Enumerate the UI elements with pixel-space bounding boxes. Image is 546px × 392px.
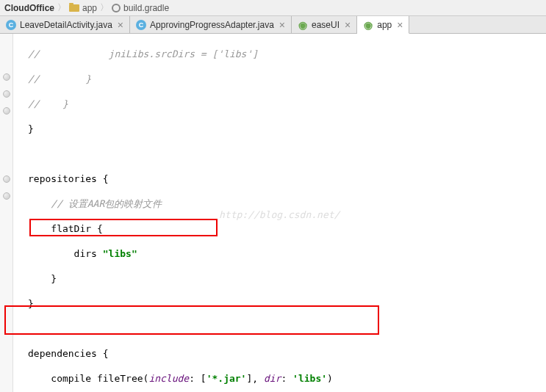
code-text: dependencies {: [28, 348, 109, 359]
code-text: ],: [246, 373, 263, 384]
java-class-icon: C: [136, 20, 146, 30]
module-icon: ◉: [363, 20, 373, 30]
fold-icon[interactable]: [3, 90, 10, 98]
folder-icon: [69, 4, 79, 12]
watermark-text: http://blog.csdn.net/: [219, 208, 340, 221]
tab-app[interactable]: ◉ app ×: [357, 16, 409, 34]
fold-icon[interactable]: [3, 175, 10, 183]
fold-icon[interactable]: [3, 107, 10, 115]
breadcrumb-module-label: app: [82, 3, 97, 13]
code-text: : [: [189, 373, 206, 384]
code-area[interactable]: // jniLibs.srcDirs = ['libs'] // } // } …: [13, 34, 546, 392]
close-icon[interactable]: ×: [118, 19, 123, 31]
code-text: flatDir {: [28, 223, 103, 234]
breadcrumb-module[interactable]: app: [69, 3, 97, 13]
module-icon: ◉: [298, 20, 308, 30]
code-text: include: [148, 373, 189, 384]
java-class-icon: C: [6, 20, 16, 30]
code-text: // jniLibs.srcDirs = ['libs']: [28, 48, 258, 59]
breadcrumb-file-label: build.gradle: [123, 3, 169, 13]
chevron-right-icon: 〉: [100, 1, 109, 14]
editor-tabs: C LeaveDetailActivity.java × C Approving…: [0, 16, 546, 34]
code-text: // 设置AAR包的映射文件: [28, 198, 162, 209]
tab-leave-detail[interactable]: C LeaveDetailActivity.java ×: [0, 16, 130, 33]
code-text: }: [28, 298, 34, 309]
close-icon[interactable]: ×: [397, 19, 403, 31]
code-text: dirs: [28, 248, 103, 259]
fold-icon[interactable]: [3, 73, 10, 81]
tab-label: app: [377, 20, 392, 30]
breadcrumb-bar: CloudOffice 〉 app 〉 build.gradle: [0, 0, 546, 16]
code-text: '*.jar': [206, 373, 247, 384]
close-icon[interactable]: ×: [345, 19, 351, 31]
code-editor[interactable]: // jniLibs.srcDirs = ['libs'] // } // } …: [0, 34, 546, 392]
code-text: dir: [264, 373, 281, 384]
fold-icon[interactable]: [3, 192, 10, 200]
code-text: "libs": [103, 248, 137, 259]
code-text: 'libs': [292, 373, 327, 384]
code-text: }: [28, 123, 34, 134]
tab-label: ApprovingProgressAdapter.java: [150, 20, 274, 30]
code-text: repositories {: [28, 173, 109, 184]
breadcrumb-file[interactable]: build.gradle: [112, 3, 169, 13]
tab-approving-adapter[interactable]: C ApprovingProgressAdapter.java ×: [130, 16, 292, 33]
code-text: ): [327, 373, 333, 384]
tab-easeui[interactable]: ◉ easeUI ×: [292, 16, 357, 33]
code-text: // }: [28, 73, 91, 84]
breadcrumb-root-label: CloudOffice: [4, 3, 54, 13]
close-icon[interactable]: ×: [279, 19, 285, 31]
code-text: compile fileTree(: [28, 373, 148, 384]
editor-gutter: [0, 34, 13, 392]
breadcrumb-root[interactable]: CloudOffice: [4, 3, 54, 13]
tab-label: easeUI: [312, 20, 340, 30]
code-text: }: [28, 273, 57, 284]
gear-icon: [112, 4, 121, 12]
chevron-right-icon: 〉: [57, 1, 66, 14]
tab-label: LeaveDetailActivity.java: [20, 20, 112, 30]
code-text: :: [281, 373, 292, 384]
code-text: // }: [28, 98, 68, 109]
